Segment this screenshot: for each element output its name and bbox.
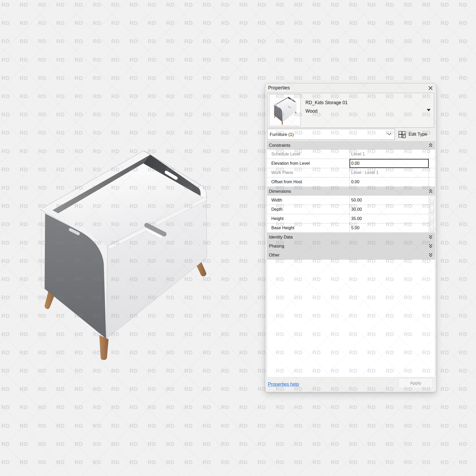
expand-chevron-icon bbox=[429, 244, 433, 248]
properties-help-link[interactable]: Properties help bbox=[268, 382, 299, 387]
section-title: Other bbox=[269, 253, 280, 258]
section-title: Constraints bbox=[269, 143, 290, 148]
property-row: Schedule Level Level 1 bbox=[267, 150, 435, 159]
row-strip bbox=[429, 214, 435, 223]
property-row: Elevation from Level 0.00 bbox=[267, 159, 435, 168]
category-combobox[interactable]: Furniture (1) bbox=[267, 129, 395, 140]
chevron-down-icon bbox=[387, 132, 392, 136]
type-dropdown-caret-icon[interactable] bbox=[427, 109, 431, 111]
property-row: Base Height 5.00 bbox=[267, 223, 435, 233]
property-value-input[interactable]: 35.00 bbox=[349, 214, 429, 223]
property-row: Height 35.00 bbox=[267, 214, 435, 223]
section-title: Dimensions bbox=[269, 189, 291, 194]
type-selector[interactable]: RD_Kids Storage 01 Wood bbox=[267, 93, 434, 128]
property-value-input[interactable]: 50.00 bbox=[349, 196, 429, 205]
edit-type-button[interactable]: Edit Type bbox=[398, 131, 427, 138]
property-value-input[interactable]: 0.00 bbox=[349, 159, 429, 168]
property-label: Depth bbox=[267, 205, 349, 214]
apply-button[interactable]: Apply bbox=[399, 378, 433, 388]
panel-footer: Properties help Apply bbox=[265, 377, 436, 392]
property-row: Offset from Host 0.00 bbox=[267, 177, 435, 187]
type-name: Wood bbox=[305, 108, 317, 114]
panel-title: Properties bbox=[268, 85, 290, 91]
family-name: RD_Kids Storage 01 bbox=[305, 100, 348, 106]
expand-chevron-icon bbox=[429, 253, 433, 257]
close-button[interactable] bbox=[428, 85, 434, 91]
section-header-dimensions[interactable]: Dimensions bbox=[267, 187, 435, 196]
associate-parameter-button[interactable] bbox=[430, 215, 434, 223]
property-row: Work Plane Level : Level 1 bbox=[267, 168, 435, 177]
row-strip bbox=[429, 223, 435, 232]
property-label: Work Plane bbox=[267, 168, 349, 177]
kids-storage-bench-image bbox=[34, 143, 214, 362]
property-value-input[interactable]: 30.00 bbox=[349, 205, 429, 214]
property-label: Schedule Level bbox=[267, 150, 349, 159]
row-strip bbox=[429, 168, 435, 177]
row-strip bbox=[429, 196, 435, 205]
property-value-input[interactable]: 0.00 bbox=[349, 177, 429, 186]
section-header-identity-data[interactable]: Identity Data bbox=[267, 233, 435, 242]
collapse-chevron-icon bbox=[429, 189, 433, 194]
row-strip bbox=[429, 205, 435, 214]
selector-row: Furniture (1) Edit Type bbox=[267, 129, 434, 140]
section-header-phasing[interactable]: Phasing bbox=[267, 242, 435, 251]
section-title: Phasing bbox=[269, 244, 284, 249]
edit-type-icon bbox=[398, 131, 406, 138]
section-header-other[interactable]: Other bbox=[267, 251, 435, 260]
property-grid: Constraints Schedule Level Level 1 Eleva… bbox=[267, 141, 435, 377]
panel-title-bar: Properties bbox=[265, 84, 436, 93]
property-label: Height bbox=[267, 214, 349, 223]
properties-panel: Properties RD_Kids Storage 01 Wood Furni… bbox=[265, 83, 436, 392]
row-strip bbox=[429, 150, 435, 159]
property-value-input[interactable]: 5.00 bbox=[349, 223, 429, 232]
collapse-chevron-icon bbox=[429, 143, 433, 148]
edit-type-label: Edit Type bbox=[409, 132, 427, 137]
property-label: Base Height bbox=[267, 223, 349, 232]
property-label: Elevation from Level bbox=[267, 159, 349, 168]
property-value: Level 1 bbox=[349, 150, 429, 159]
type-thumbnail-image bbox=[272, 95, 298, 125]
property-row: Depth 30.00 bbox=[267, 205, 435, 214]
close-icon bbox=[428, 85, 434, 91]
furniture-3d-view bbox=[34, 143, 214, 362]
associate-parameter-button[interactable] bbox=[430, 224, 434, 232]
property-label: Width bbox=[267, 196, 349, 205]
property-row: Width 50.00 bbox=[267, 196, 435, 205]
associate-parameter-button[interactable] bbox=[430, 206, 434, 213]
section-title: Identity Data bbox=[269, 235, 293, 240]
property-value: Level : Level 1 bbox=[349, 168, 429, 177]
collapsed-sections: Identity Data Phasing Ot bbox=[267, 233, 435, 260]
row-strip bbox=[429, 159, 435, 168]
type-thumbnail bbox=[269, 94, 301, 126]
expand-chevron-icon bbox=[429, 235, 433, 239]
section-header-constraints[interactable]: Constraints bbox=[267, 141, 435, 150]
property-label: Offset from Host bbox=[267, 177, 349, 186]
row-strip bbox=[429, 177, 435, 186]
category-label: Furniture (1) bbox=[270, 132, 294, 137]
associate-parameter-button[interactable] bbox=[430, 196, 434, 204]
